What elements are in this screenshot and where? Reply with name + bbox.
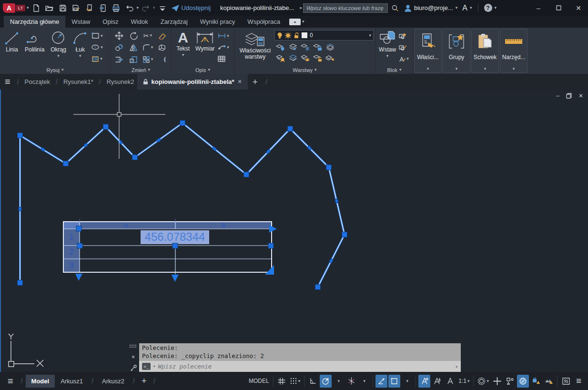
save-button[interactable]: [57, 2, 69, 14]
search-input[interactable]: [303, 3, 388, 13]
redo-chevron-icon[interactable]: ▾: [153, 6, 155, 10]
model-space-button[interactable]: MODEL: [247, 375, 271, 388]
close-tab-icon[interactable]: ✕: [238, 79, 242, 85]
undo-button[interactable]: [123, 2, 136, 14]
file-tab-poczatek[interactable]: Początek: [23, 78, 52, 85]
panel-wlasciwosci-collapsed[interactable]: Właści... ▾: [414, 29, 442, 73]
array-button[interactable]: ▾: [142, 55, 154, 64]
polyline-button[interactable]: Polilinia: [22, 29, 47, 66]
tab-wspolpraca[interactable]: Współpraca: [241, 16, 286, 28]
file-tab-active[interactable]: kopiowanie-polilinii-ztabela* ✕: [137, 74, 248, 90]
leader-button[interactable]: ▾: [217, 42, 233, 52]
layout-tab-arkusz2[interactable]: Arkusz2: [96, 375, 130, 388]
file-tabs-menu-icon[interactable]: ≡: [5, 76, 13, 87]
polar-tracking-toggle[interactable]: [320, 375, 332, 388]
new-drawing-tab-button[interactable]: +: [249, 77, 262, 87]
search-collapse-icon[interactable]: ▸: [300, 6, 302, 10]
clean-screen-button[interactable]: [560, 375, 572, 388]
tab-widok[interactable]: Widok: [125, 16, 154, 28]
midpoint-grip[interactable]: [335, 199, 339, 203]
customize-qat-button[interactable]: [156, 2, 169, 14]
expand-history-icon[interactable]: ▴: [456, 364, 458, 369]
annotation-autoscale-toggle[interactable]: [431, 375, 443, 388]
minimize-button[interactable]: –: [529, 0, 548, 16]
close-button[interactable]: ✕: [569, 0, 588, 16]
panel-schowek-collapsed[interactable]: Schowek ▾: [471, 29, 499, 73]
panel-label-warstwy[interactable]: Warstwy▾: [234, 66, 375, 74]
vertex-grip[interactable]: [103, 124, 109, 130]
object-snap-toggle[interactable]: [388, 375, 400, 388]
layer-unlock-button[interactable]: [312, 53, 324, 63]
isodraft-toggle[interactable]: [345, 375, 357, 388]
vertex-grip[interactable]: [18, 133, 23, 138]
vertex-grip[interactable]: [132, 155, 138, 160]
mirror-button[interactable]: [128, 43, 139, 52]
minimize-drawing-button[interactable]: –: [556, 92, 559, 99]
open-from-mobile-button[interactable]: [97, 2, 109, 14]
acad-table[interactable]: A B 1 2 3 456.078344: [63, 219, 277, 282]
layer-isolate-button[interactable]: [287, 42, 299, 52]
panel-label-zmien[interactable]: Zmień▾: [111, 66, 171, 74]
redo-button[interactable]: [140, 2, 152, 14]
layer-thaw-button[interactable]: [300, 53, 311, 63]
stretch-button[interactable]: [114, 55, 124, 64]
define-attribute-button[interactable]: ▾: [398, 54, 412, 64]
image-warning-button[interactable]: [543, 375, 555, 388]
vertex-grip[interactable]: [18, 280, 23, 286]
layer-match-button[interactable]: [324, 53, 336, 63]
plot-from-mobile-button[interactable]: [83, 2, 96, 14]
linear-dimension-button[interactable]: ▾: [217, 31, 233, 41]
dimension-button[interactable]: Wymiar: [193, 29, 217, 66]
save-as-button[interactable]: [70, 2, 82, 14]
ellipse-button[interactable]: ▾: [91, 42, 109, 52]
workspace-switching-button[interactable]: ▾: [476, 375, 490, 388]
open-file-button[interactable]: [43, 2, 56, 14]
trim-button[interactable]: ✂▾: [142, 31, 153, 41]
fillet-button[interactable]: ▾: [142, 43, 154, 52]
vertex-grip[interactable]: [315, 285, 321, 290]
circle-button[interactable]: Okrąg ▾: [47, 29, 70, 66]
arc-button[interactable]: Łuk ▾: [70, 29, 91, 66]
close-command-icon[interactable]: ✕: [132, 353, 135, 360]
rectangle-button[interactable]: ▾: [91, 31, 109, 41]
object-snap-menu[interactable]: ▾: [401, 375, 413, 388]
table-button[interactable]: [217, 54, 233, 64]
copy-button[interactable]: [114, 43, 124, 52]
file-tab-rysunek2[interactable]: Rysunek2: [105, 78, 136, 85]
autodesk-app-menu[interactable]: A ▾: [462, 4, 472, 12]
plan-view-button[interactable]: [491, 375, 503, 388]
layer-on-button[interactable]: [275, 53, 286, 63]
ortho-toggle[interactable]: [307, 375, 319, 388]
model-space-canvas[interactable]: A B 1 2 3 456.078344: [0, 90, 588, 372]
drag-handle-icon[interactable]: [129, 344, 138, 348]
scale-button[interactable]: [128, 55, 139, 64]
graphics-performance-button[interactable]: [517, 375, 529, 388]
panel-grupy-collapsed[interactable]: Grupy ▾: [443, 29, 470, 73]
create-block-button[interactable]: [398, 31, 412, 41]
search-icon[interactable]: [389, 2, 401, 14]
erase-button[interactable]: [157, 31, 167, 41]
vertex-grip[interactable]: [180, 121, 185, 126]
text-button[interactable]: A Tekst ▾: [173, 29, 193, 66]
undo-chevron-icon[interactable]: ▾: [137, 6, 139, 10]
object-snap-tracking-toggle[interactable]: [375, 375, 387, 388]
restore-drawing-button[interactable]: [566, 93, 572, 99]
recent-commands-icon[interactable]: ▾: [153, 364, 155, 369]
panel-narzedzia-collapsed[interactable]: Narzęd... ▾: [500, 29, 527, 73]
midpoint-grip[interactable]: [19, 207, 21, 211]
annotation-scale-value[interactable]: 1:1▾: [457, 375, 471, 388]
new-layout-button[interactable]: +: [138, 376, 151, 386]
line-button[interactable]: Linia: [1, 29, 22, 66]
hatch-button[interactable]: ▾: [91, 54, 109, 64]
tab-wstaw[interactable]: Wstaw: [65, 16, 96, 28]
layout-tab-arkusz1[interactable]: Arkusz1: [55, 375, 89, 388]
layout-tab-model[interactable]: Model: [26, 375, 55, 388]
command-window[interactable]: ✕ Polecenie: Polecenie: _copyclip znalez…: [127, 343, 461, 372]
layer-unisolate-button[interactable]: [287, 53, 299, 63]
layout-menu-icon[interactable]: ≡: [3, 376, 18, 387]
ribbon-collapse-button[interactable]: ▴ ▾: [289, 16, 304, 28]
block-warning-button[interactable]: [530, 375, 542, 388]
tab-wyniki-pracy[interactable]: Wyniki pracy: [194, 16, 242, 28]
print-button[interactable]: [110, 2, 122, 14]
annotation-scale-icon[interactable]: [444, 375, 456, 388]
